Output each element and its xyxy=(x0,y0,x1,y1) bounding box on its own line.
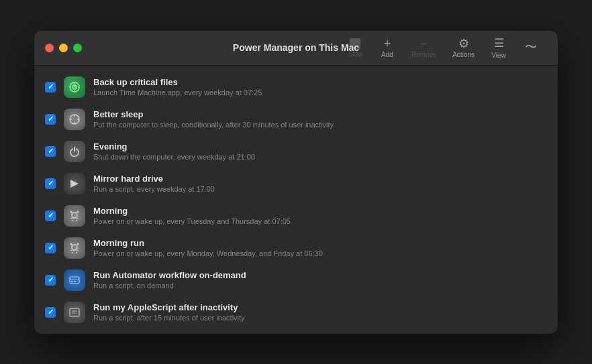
svg-marker-11 xyxy=(70,180,79,188)
item-text-morning: Morning Power on or wake up, every Tuesd… xyxy=(93,206,547,225)
actions-label: Actions xyxy=(452,51,475,58)
svg-rect-29 xyxy=(74,281,76,282)
item-icon-applescript xyxy=(64,302,85,323)
add-label: Add xyxy=(381,51,393,58)
item-text-mirror: Mirror hard drive Run a script, every we… xyxy=(93,174,547,193)
list-item[interactable]: Morning Power on or wake up, every Tuesd… xyxy=(34,200,558,232)
svg-rect-28 xyxy=(71,281,73,282)
gear-icon: ⚙ xyxy=(458,38,469,50)
plus-icon: + xyxy=(384,38,391,50)
list-item[interactable]: Run Automator workflow on-demand Run a s… xyxy=(34,264,558,296)
list-item[interactable]: Morning run Power on or wake up, every M… xyxy=(34,232,558,264)
svg-point-19 xyxy=(72,245,77,250)
list-icon: ☰ xyxy=(494,36,504,50)
item-checkbox-sleep[interactable] xyxy=(45,114,56,125)
item-text-sleep: Better sleep Put the computer to sleep, … xyxy=(93,109,547,129)
maximize-button[interactable] xyxy=(73,44,82,52)
item-desc: Run a script, after 15 minutes of user i… xyxy=(93,314,547,322)
svg-point-17 xyxy=(70,210,72,213)
item-icon-mirror xyxy=(64,173,85,194)
item-desc: Power on or wake up, every Tuesday and T… xyxy=(93,217,547,225)
item-name: Mirror hard drive xyxy=(93,174,547,184)
close-button[interactable] xyxy=(45,44,54,52)
item-text-applescript: Run my AppleScript after inactivity Run … xyxy=(93,302,547,322)
item-checkbox-evening[interactable] xyxy=(45,146,56,157)
item-icon-automator xyxy=(64,269,85,291)
minus-icon: − xyxy=(420,38,428,50)
item-name: Better sleep xyxy=(93,109,547,119)
list-item[interactable]: Mirror hard drive Run a script, every we… xyxy=(34,168,558,200)
item-desc: Run a script, every weekday at 17:00 xyxy=(93,185,547,193)
item-desc: Launch Time Machine.app, every weekday a… xyxy=(93,88,547,97)
item-desc: Shut down the computer, every weekday at… xyxy=(93,153,547,161)
item-checkbox-backup[interactable] xyxy=(45,82,56,93)
item-checkbox-mirror[interactable] xyxy=(45,178,56,189)
item-desc: Power on or wake up, every Monday, Wedne… xyxy=(93,249,547,257)
svg-point-24 xyxy=(70,243,72,245)
item-checkbox-morning-run[interactable] xyxy=(45,243,56,253)
item-name: Back up critical files xyxy=(93,77,547,87)
window-title: Power Manager on This Mac xyxy=(233,42,359,53)
item-name: Run Automator workflow on-demand xyxy=(93,270,547,280)
svg-point-18 xyxy=(77,210,79,213)
items-list: Back up critical files Launch Time Machi… xyxy=(34,66,558,334)
item-text-evening: Evening Shut down the computer, every we… xyxy=(93,141,547,161)
item-icon-backup xyxy=(64,76,85,98)
item-name: Morning run xyxy=(93,238,547,248)
item-desc: Put the computer to sleep, conditionally… xyxy=(93,121,547,129)
item-name: Run my AppleScript after inactivity xyxy=(93,302,547,312)
list-item[interactable]: Better sleep Put the computer to sleep, … xyxy=(34,103,558,135)
list-item[interactable]: Back up critical files Launch Time Machi… xyxy=(34,71,558,103)
item-text-automator: Run Automator workflow on-demand Run a s… xyxy=(93,270,547,290)
item-text-backup: Back up critical files Launch Time Machi… xyxy=(93,77,547,97)
list-item[interactable]: Run my AppleScript after inactivity Run … xyxy=(34,296,558,328)
item-name: Morning xyxy=(93,206,547,216)
svg-rect-26 xyxy=(70,277,79,284)
list-item[interactable]: Evening Shut down the computer, every we… xyxy=(34,135,558,168)
titlebar: Power Manager on This Mac Stop + Add − R… xyxy=(34,31,558,66)
view-label: View xyxy=(491,52,506,59)
item-checkbox-automator[interactable] xyxy=(45,275,56,286)
item-icon-evening xyxy=(64,141,85,162)
main-window: Power Manager on This Mac Stop + Add − R… xyxy=(34,31,558,334)
item-name: Evening xyxy=(93,141,547,151)
item-text-morning-run: Morning run Power on or wake up, every M… xyxy=(93,238,547,257)
item-checkbox-morning[interactable] xyxy=(45,210,56,221)
minimize-button[interactable] xyxy=(59,44,68,52)
item-icon-sleep xyxy=(64,109,85,130)
monitor-icon: 〜 xyxy=(525,41,537,53)
actions-button[interactable]: ⚙ Actions xyxy=(444,35,483,61)
toolbar: Stop + Add − Remove ⚙ Actions ☰ View 〜 xyxy=(339,34,547,62)
item-icon-morning-run xyxy=(64,237,85,259)
item-checkbox-applescript[interactable] xyxy=(45,307,56,318)
remove-button[interactable]: − Remove xyxy=(403,35,444,61)
item-desc: Run a script, on demand xyxy=(93,282,547,290)
remove-label: Remove xyxy=(411,51,436,58)
traffic-lights xyxy=(45,44,82,52)
svg-point-25 xyxy=(77,243,79,245)
item-icon-morning xyxy=(64,205,85,227)
add-button[interactable]: + Add xyxy=(371,35,403,61)
svg-rect-30 xyxy=(70,308,79,316)
svg-point-12 xyxy=(72,213,77,218)
monitor-button[interactable]: 〜 xyxy=(515,38,547,57)
view-button[interactable]: ☰ View xyxy=(483,34,515,62)
